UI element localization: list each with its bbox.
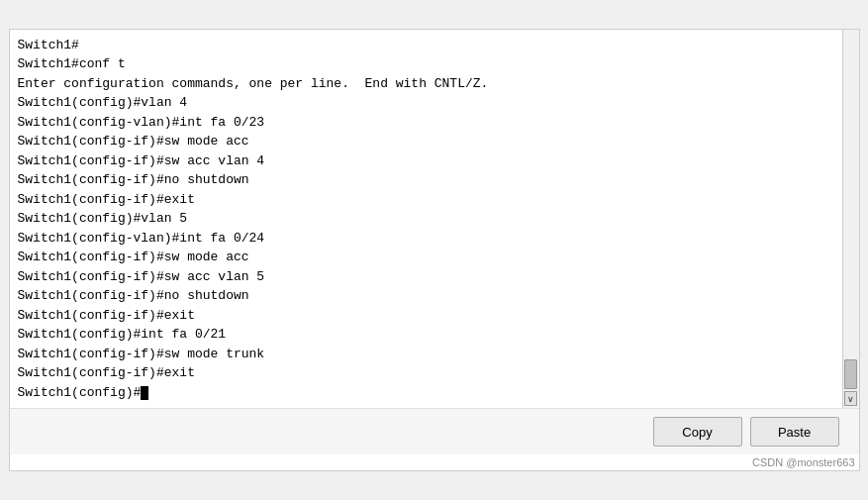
terminal-line: Switch1(config-if)#exit (18, 190, 834, 210)
scrollbar-arrow-down[interactable]: ∨ (844, 391, 857, 406)
terminal-line: Switch1(config-if)#no shutdown (18, 286, 834, 306)
terminal-line: Switch1(config-if)#sw mode acc (18, 132, 834, 151)
terminal-line: Switch1(config-vlan)#int fa 0/24 (18, 229, 834, 249)
terminal-line: Switch1(config-if)#sw acc vlan 5 (18, 267, 834, 287)
main-container: Switch1#Switch1#conf tEnter configuratio… (9, 29, 860, 472)
terminal-line: Switch1(config)#vlan 5 (18, 209, 834, 229)
terminal-line: Switch1#conf t (18, 54, 834, 74)
terminal-line: Switch1(config-if)#exit (18, 306, 834, 326)
terminal-line: Switch1(config-if)#exit (18, 363, 834, 383)
terminal-line: Switch1(config)#vlan 4 (18, 93, 834, 113)
terminal-line: Switch1(config-if)#sw acc vlan 4 (18, 151, 834, 171)
paste-button[interactable]: Paste (750, 417, 839, 447)
terminal-line: Switch1(config-if)#sw mode trunk (18, 345, 834, 364)
watermark: CSDN @monster663 (10, 454, 859, 470)
terminal-line: Enter configuration commands, one per li… (18, 74, 834, 94)
terminal-wrapper: Switch1#Switch1#conf tEnter configuratio… (10, 30, 859, 409)
terminal-line: Switch1# (18, 36, 834, 55)
terminal-line: Switch1(config-vlan)#int fa 0/23 (18, 113, 834, 133)
terminal-line: Switch1(config)# (18, 383, 834, 403)
terminal-line: Switch1(config-if)#sw mode acc (18, 248, 834, 267)
button-row: Copy Paste (10, 408, 859, 454)
copy-button[interactable]: Copy (653, 417, 742, 447)
terminal-area[interactable]: Switch1#Switch1#conf tEnter configuratio… (10, 30, 842, 409)
terminal-line: Switch1(config-if)#no shutdown (18, 170, 834, 190)
terminal-line: Switch1(config)#int fa 0/21 (18, 325, 834, 345)
scrollbar-area: ∨ (842, 30, 859, 409)
terminal-cursor (141, 386, 148, 400)
scrollbar-thumb[interactable] (844, 359, 857, 389)
